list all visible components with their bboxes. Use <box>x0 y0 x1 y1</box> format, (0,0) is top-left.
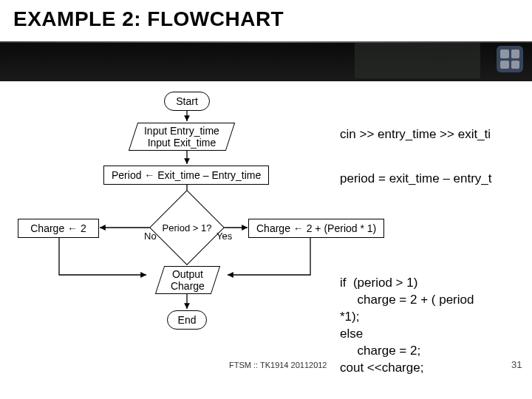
label-yes: Yes <box>216 231 232 242</box>
node-input-line2: Input Exit_time <box>144 137 219 149</box>
node-period-text: Period ← Exit_time – Entry_time <box>112 169 261 181</box>
node-input: Input Entry_time Input Exit_time <box>129 123 235 151</box>
code-cin: cin >> entry_time >> exit_ti <box>340 127 491 142</box>
label-no: No <box>144 231 157 242</box>
node-chargecalc-text: Charge ← 2 + (Period * 1) <box>256 222 376 234</box>
node-charge2-text: Charge ← 2 <box>30 222 86 234</box>
node-input-line1: Input Entry_time <box>144 125 219 137</box>
header-photo <box>355 43 480 78</box>
node-end-text: End <box>178 314 197 326</box>
slide-root: EXAMPLE 2: FLOWCHART <box>0 0 532 399</box>
node-start: Start <box>164 92 210 111</box>
node-start-text: Start <box>176 95 198 107</box>
flowchart-canvas: Start Input Entry_time Input Exit_time P… <box>0 81 532 399</box>
code-block: if (period > 1) charge = 2 + ( period *1… <box>340 275 474 377</box>
page-number: 31 <box>511 359 522 370</box>
node-decision-text: Period > 1? <box>160 201 214 254</box>
node-decision: Period > 1? <box>160 201 214 254</box>
code-period: period = exit_time – entry_t <box>340 171 492 186</box>
footer-text: FTSM :: TK1914 20112012 <box>229 361 327 369</box>
node-chargecalc: Charge ← 2 + (Period * 1) <box>248 219 384 238</box>
node-output: Output Charge <box>155 266 220 294</box>
logo-icon <box>497 46 523 72</box>
slide-title: EXAMPLE 2: FLOWCHART <box>13 7 284 31</box>
node-end: End <box>167 310 207 330</box>
node-charge2: Charge ← 2 <box>18 219 99 238</box>
header-band <box>0 41 532 81</box>
node-output-text: Output Charge <box>171 268 205 292</box>
node-period: Period ← Exit_time – Entry_time <box>103 166 269 185</box>
